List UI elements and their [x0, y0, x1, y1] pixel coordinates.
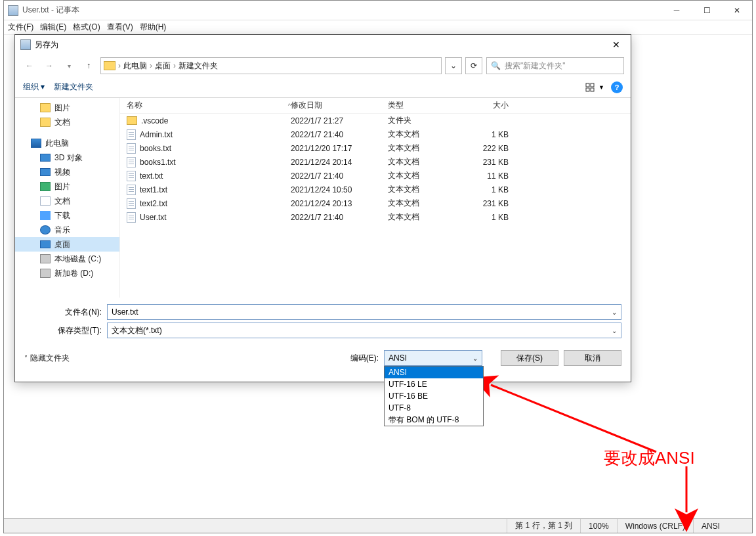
txt-file-icon	[127, 157, 136, 168]
view-options-button[interactable]: ▼	[585, 83, 604, 92]
tree-item-3d[interactable]: 3D 对象	[15, 150, 119, 165]
file-row[interactable]: Admin.txt2022/1/7 21:40文本文档1 KB	[120, 127, 631, 141]
search-icon: 🔍	[491, 61, 501, 70]
column-name[interactable]: 名称^	[120, 100, 291, 111]
status-position: 第 1 行，第 1 列	[507, 519, 580, 533]
folder-tree[interactable]: 图片 文档 此电脑 3D 对象 视频 图片 文档 下载 音乐 桌面 本地磁盘 (…	[15, 98, 120, 298]
tree-item-desktop[interactable]: 桌面	[15, 237, 119, 252]
cancel-button[interactable]: 取消	[564, 350, 621, 366]
status-line-ending: Windows (CRLF)	[617, 519, 693, 533]
bottom-row: ˅隐藏文件夹 编码(E): ANSI⌄ ANSIUTF-16 LEUTF-16 …	[15, 344, 631, 366]
minimize-button[interactable]: ─	[662, 1, 692, 20]
filename-input[interactable]: User.txt⌄	[107, 304, 621, 320]
breadcrumb[interactable]: 此电脑	[123, 60, 147, 72]
menu-format[interactable]: 格式(O)	[73, 22, 100, 33]
refresh-button[interactable]: ⟳	[465, 57, 482, 74]
encoding-option[interactable]: UTF-16 BE	[385, 390, 483, 402]
tree-item-pics2[interactable]: 图片	[15, 179, 119, 194]
filename-label: 文件名(N):	[24, 307, 102, 318]
file-row[interactable]: text.txt2022/1/7 21:40文本文档11 KB	[120, 169, 631, 183]
form-area: 文件名(N): User.txt⌄ 保存类型(T): 文本文档(*.txt)⌄	[15, 298, 631, 344]
menu-view[interactable]: 查看(V)	[107, 22, 133, 33]
search-input[interactable]: 🔍 搜索"新建文件夹"	[486, 57, 624, 74]
tree-item-videos[interactable]: 视频	[15, 165, 119, 179]
breadcrumb[interactable]: 桌面	[155, 60, 171, 72]
file-row[interactable]: books.txt2021/12/20 17:17文本文档222 KB	[120, 141, 631, 155]
tree-item-downloads[interactable]: 下载	[15, 208, 119, 223]
nav-forward-button[interactable]: →	[41, 58, 57, 74]
tree-item-pictures[interactable]: 图片	[15, 100, 119, 115]
encoding-option[interactable]: ANSI	[385, 367, 483, 378]
toolbar: 组织 ▾ 新建文件夹 ▼ ?	[15, 77, 631, 98]
tree-item-docs2[interactable]: 文档	[15, 194, 119, 208]
column-date[interactable]: 修改日期	[291, 100, 388, 111]
txt-file-icon	[127, 171, 136, 181]
txt-file-icon	[127, 212, 136, 223]
help-button[interactable]: ?	[611, 81, 623, 93]
svg-rect-0	[586, 83, 589, 87]
dialog-titlebar: 另存为 ✕	[15, 35, 631, 55]
file-row[interactable]: books1.txt2021/12/24 20:14文本文档231 KB	[120, 155, 631, 169]
encoding-option[interactable]: UTF-8	[385, 402, 483, 414]
filetype-select[interactable]: 文本文档(*.txt)⌄	[107, 323, 621, 338]
column-type[interactable]: 类型	[388, 100, 463, 111]
menu-help[interactable]: 帮助(H)	[140, 22, 167, 33]
encoding-dropdown-list[interactable]: ANSIUTF-16 LEUTF-16 BEUTF-8带有 BOM 的 UTF-…	[384, 366, 484, 426]
menubar: 文件(F) 编辑(E) 格式(O) 查看(V) 帮助(H)	[4, 20, 752, 35]
menu-edit[interactable]: 编辑(E)	[40, 22, 66, 33]
organize-button[interactable]: 组织 ▾	[23, 81, 45, 93]
save-button[interactable]: 保存(S)	[501, 350, 558, 366]
file-row[interactable]: User.txt2022/1/7 21:40文本文档1 KB	[120, 210, 631, 224]
tree-item-music[interactable]: 音乐	[15, 223, 119, 237]
txt-file-icon	[127, 143, 136, 154]
statusbar: 第 1 行，第 1 列 100% Windows (CRLF) ANSI	[4, 518, 752, 533]
tree-item-disk-c[interactable]: 本地磁盘 (C:)	[15, 252, 119, 266]
nav-recent-button[interactable]: ▾	[61, 58, 77, 74]
address-dropdown[interactable]: ⌄	[445, 57, 462, 74]
filetype-label: 保存类型(T):	[24, 325, 102, 336]
nav-back-button[interactable]: ←	[22, 58, 37, 74]
file-row[interactable]: text2.txt2021/12/24 20:13文本文档231 KB	[120, 196, 631, 210]
new-folder-button[interactable]: 新建文件夹	[54, 81, 93, 93]
tree-item-thispc[interactable]: 此电脑	[15, 136, 119, 150]
txt-file-icon	[127, 185, 136, 195]
status-zoom: 100%	[580, 519, 617, 533]
hide-folders-toggle[interactable]: ˅隐藏文件夹	[24, 353, 70, 364]
folder-icon	[104, 61, 116, 70]
close-button[interactable]: ✕	[722, 1, 752, 20]
txt-file-icon	[127, 129, 136, 140]
status-encoding: ANSI	[693, 519, 752, 533]
dialog-close-button[interactable]: ✕	[607, 37, 625, 53]
save-as-dialog: 另存为 ✕ ← → ▾ ↑ › 此电脑 › 桌面 › 新建文件夹 ⌄ ⟳ 🔍 搜…	[14, 34, 631, 382]
maximize-button[interactable]: ☐	[692, 1, 722, 20]
column-size[interactable]: 大小	[463, 100, 515, 111]
folder-icon	[127, 116, 137, 125]
file-row[interactable]: .vscode2022/1/7 21:27文件夹	[120, 114, 631, 127]
encoding-option[interactable]: UTF-16 LE	[385, 378, 483, 390]
file-list: 名称^ 修改日期 类型 大小 .vscode2022/1/7 21:27文件夹A…	[120, 98, 631, 298]
svg-rect-1	[591, 83, 594, 87]
dialog-icon	[20, 39, 31, 50]
svg-rect-2	[586, 88, 589, 91]
encoding-option[interactable]: 带有 BOM 的 UTF-8	[385, 414, 483, 426]
nav-row: ← → ▾ ↑ › 此电脑 › 桌面 › 新建文件夹 ⌄ ⟳ 🔍 搜索"新建文件…	[15, 55, 631, 77]
explorer-body: 图片 文档 此电脑 3D 对象 视频 图片 文档 下载 音乐 桌面 本地磁盘 (…	[15, 98, 631, 298]
file-row[interactable]: text1.txt2021/12/24 10:50文本文档1 KB	[120, 183, 631, 196]
encoding-label: 编码(E):	[350, 353, 379, 364]
nav-up-button[interactable]: ↑	[81, 58, 96, 74]
address-bar[interactable]: › 此电脑 › 桌面 › 新建文件夹	[100, 57, 442, 74]
dialog-title: 另存为	[35, 39, 607, 51]
annotation-text: 要改成ANSI	[604, 447, 695, 470]
file-rows[interactable]: .vscode2022/1/7 21:27文件夹Admin.txt2022/1/…	[120, 114, 631, 298]
tree-item-documents[interactable]: 文档	[15, 115, 119, 129]
menu-file[interactable]: 文件(F)	[8, 22, 33, 33]
svg-rect-3	[591, 88, 594, 91]
breadcrumb[interactable]: 新建文件夹	[178, 60, 218, 72]
txt-file-icon	[127, 198, 136, 209]
tree-item-disk-d[interactable]: 新加卷 (D:)	[15, 266, 119, 280]
window-title: User.txt - 记事本	[22, 5, 662, 16]
notepad-icon	[8, 5, 18, 16]
encoding-select[interactable]: ANSI⌄ ANSIUTF-16 LEUTF-16 BEUTF-8带有 BOM …	[384, 350, 482, 366]
list-header: 名称^ 修改日期 类型 大小	[120, 98, 631, 114]
search-placeholder: 搜索"新建文件夹"	[505, 60, 566, 72]
